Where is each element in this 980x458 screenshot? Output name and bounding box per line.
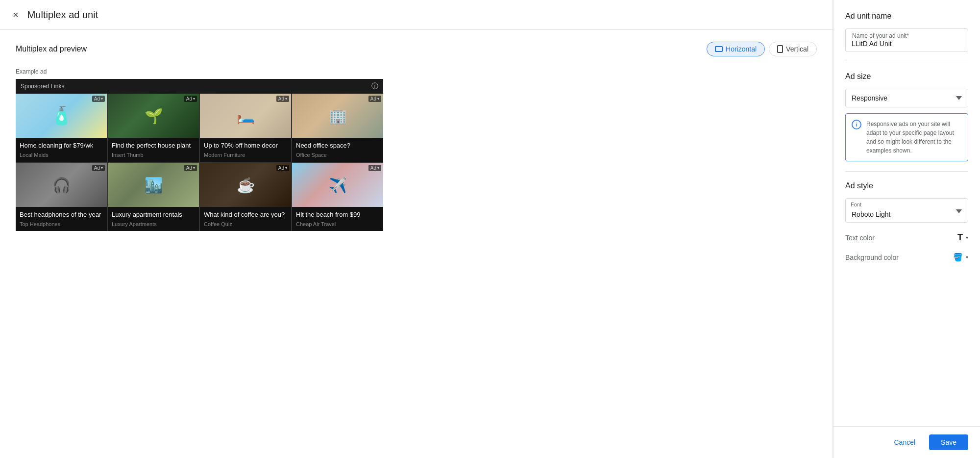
vertical-label: Vertical <box>786 45 808 53</box>
ad-grid: Ad▾ Home cleaning for $79/wk Local Maids… <box>16 94 383 231</box>
ad-card-source-6: Luxury Apartments <box>112 221 195 227</box>
info-text: Responsive ads on your site will adapt t… <box>866 120 962 155</box>
size-select[interactable]: Responsive Fixed <box>845 89 968 107</box>
ad-card-body-6: Luxury apartment rentals Luxury Apartmen… <box>108 207 199 231</box>
ad-image-1: Ad▾ <box>16 94 107 138</box>
ad-unit-name-heading: Ad unit name <box>845 12 968 21</box>
background-color-label: Background color <box>845 254 899 261</box>
vertical-button[interactable]: Vertical <box>769 42 817 56</box>
divider-1 <box>845 62 968 62</box>
name-field-label: Name of your ad unit* <box>851 32 910 39</box>
ad-card-title-3: Up to 70% off home decor <box>204 142 287 150</box>
ad-badge-3[interactable]: Ad▾ <box>276 96 289 102</box>
text-color-label: Text color <box>845 234 875 242</box>
example-ad-label: Example ad <box>16 68 817 75</box>
horizontal-label: Horizontal <box>726 45 757 53</box>
settings-sidebar: Ad unit name Name of your ad unit* Ad si… <box>833 0 980 458</box>
ad-image-5: Ad▾ <box>16 163 107 207</box>
text-color-dropdown-arrow: ▾ <box>966 235 968 240</box>
ad-card-2[interactable]: Ad▾ Find the perfect house plant Insert … <box>108 94 199 162</box>
main-content: × Multiplex ad unit Multiplex ad preview… <box>0 0 833 458</box>
ad-image-4: Ad▾ <box>292 94 383 138</box>
ad-card-3[interactable]: Ad▾ Up to 70% off home decor Modern Furn… <box>200 94 291 162</box>
ad-card-source-5: Top Headphones <box>20 221 103 227</box>
font-field: Font Roboto Light Arial Georgia <box>845 198 968 223</box>
ad-badge-4[interactable]: Ad▾ <box>368 96 381 102</box>
ad-card-source-3: Modern Furniture <box>204 152 287 158</box>
info-icon: i <box>852 120 861 129</box>
page-title: Multiplex ad unit <box>27 9 98 21</box>
ad-card-body-7: What kind of coffee are you? Coffee Quiz <box>200 207 291 231</box>
ad-card-title-7: What kind of coffee are you? <box>204 211 287 219</box>
page-header: × Multiplex ad unit <box>0 0 833 30</box>
ad-image-8: Ad▾ <box>292 163 383 207</box>
text-color-row: Text color T ▾ <box>845 232 968 243</box>
background-color-row: Background color 🪣 ▾ <box>845 253 968 262</box>
size-select-wrapper: Responsive Fixed <box>845 89 968 107</box>
ad-card-4[interactable]: Ad▾ Need office space? Office Space <box>292 94 383 162</box>
ad-card-source-2: Insert Thumb <box>112 152 195 158</box>
info-box: i Responsive ads on your site will adapt… <box>845 113 968 161</box>
ad-card-title-1: Home cleaning for $79/wk <box>20 142 103 150</box>
ad-card-body-2: Find the perfect house plant Insert Thum… <box>108 138 199 162</box>
ad-card-title-2: Find the perfect house plant <box>112 142 195 150</box>
vertical-icon <box>777 45 783 53</box>
sidebar-inner: Ad unit name Name of your ad unit* Ad si… <box>845 12 968 306</box>
ad-badge-7[interactable]: Ad▾ <box>276 165 289 171</box>
ad-badge-2[interactable]: Ad▾ <box>184 96 197 102</box>
ad-image-7: Ad▾ <box>200 163 291 207</box>
ad-card-title-4: Need office space? <box>296 142 379 150</box>
font-select[interactable]: Roboto Light Arial Georgia <box>846 201 968 222</box>
sidebar-footer: Cancel Save <box>833 426 980 458</box>
ad-card-body-8: Hit the beach from $99 Cheap Air Travel <box>292 207 383 231</box>
ad-card-title-8: Hit the beach from $99 <box>296 211 379 219</box>
ad-unit-name-field: Name of your ad unit* <box>845 28 968 52</box>
ad-size-heading: Ad size <box>845 72 968 81</box>
ad-badge-5[interactable]: Ad▾ <box>92 165 105 171</box>
preview-label: Multiplex ad preview <box>16 45 87 53</box>
preview-header: Multiplex ad preview Horizontal Vertical <box>16 42 817 56</box>
ad-badge-1[interactable]: Ad▾ <box>92 96 105 102</box>
ad-card-title-6: Luxury apartment rentals <box>112 211 195 219</box>
ad-style-heading: Ad style <box>845 181 968 190</box>
horizontal-icon <box>715 46 723 52</box>
text-color-t-icon: T <box>957 232 963 243</box>
ad-image-2: Ad▾ <box>108 94 199 138</box>
ad-card-1[interactable]: Ad▾ Home cleaning for $79/wk Local Maids <box>16 94 107 162</box>
ad-card-7[interactable]: Ad▾ What kind of coffee are you? Coffee … <box>200 163 291 231</box>
font-label: Font <box>851 202 861 207</box>
ad-card-title-5: Best headphones of the year <box>20 211 103 219</box>
ad-card-body-1: Home cleaning for $79/wk Local Maids <box>16 138 107 162</box>
ad-card-source-4: Office Space <box>296 152 379 158</box>
ad-card-body-3: Up to 70% off home decor Modern Furnitur… <box>200 138 291 162</box>
ad-card-6[interactable]: Ad▾ Luxury apartment rentals Luxury Apar… <box>108 163 199 231</box>
background-color-control[interactable]: 🪣 ▾ <box>953 253 968 262</box>
save-button[interactable]: Save <box>929 434 968 450</box>
ad-info-icon[interactable]: ⓘ <box>371 82 378 91</box>
ad-card-8[interactable]: Ad▾ Hit the beach from $99 Cheap Air Tra… <box>292 163 383 231</box>
preview-section: Multiplex ad preview Horizontal Vertical… <box>0 30 833 243</box>
ad-card-body-5: Best headphones of the year Top Headphon… <box>16 207 107 231</box>
text-color-control[interactable]: T ▾ <box>957 232 968 243</box>
divider-2 <box>845 171 968 172</box>
bg-color-dropdown-arrow: ▾ <box>966 254 968 260</box>
ad-preview-container: Sponsored Links ⓘ Ad▾ Home cleaning for … <box>16 79 383 231</box>
ad-card-body-4: Need office space? Office Space <box>292 138 383 162</box>
ad-card-source-7: Coffee Quiz <box>204 221 287 227</box>
ad-badge-6[interactable]: Ad▾ <box>184 165 197 171</box>
cancel-button[interactable]: Cancel <box>886 434 923 450</box>
ad-image-6: Ad▾ <box>108 163 199 207</box>
ad-card-source-1: Local Maids <box>20 152 103 158</box>
sponsored-links-text: Sponsored Links <box>21 83 64 90</box>
ad-card-5[interactable]: Ad▾ Best headphones of the year Top Head… <box>16 163 107 231</box>
orientation-toggle: Horizontal Vertical <box>707 42 817 56</box>
paint-bucket-icon: 🪣 <box>953 253 963 262</box>
sponsored-links-bar: Sponsored Links ⓘ <box>16 79 383 94</box>
ad-image-3: Ad▾ <box>200 94 291 138</box>
close-button[interactable]: × <box>12 9 20 21</box>
horizontal-button[interactable]: Horizontal <box>707 42 765 56</box>
ad-badge-8[interactable]: Ad▾ <box>368 165 381 171</box>
ad-card-source-8: Cheap Air Travel <box>296 221 379 227</box>
